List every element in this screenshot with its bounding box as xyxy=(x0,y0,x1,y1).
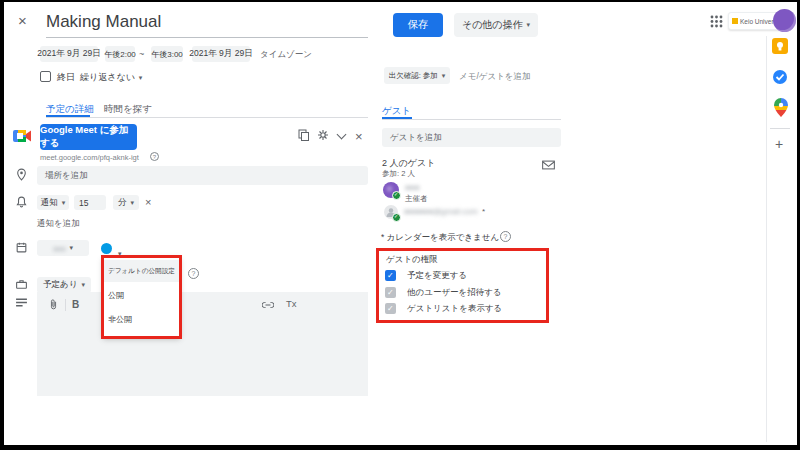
recurrence-dropdown[interactable]: 繰り返さない xyxy=(80,71,142,84)
close-icon[interactable]: × xyxy=(18,14,27,27)
guest-avatar xyxy=(384,205,398,219)
guest-accepted-icon xyxy=(392,191,401,200)
notification-value-field[interactable]: 15 xyxy=(74,195,106,210)
email-guests-icon[interactable] xyxy=(542,160,555,170)
permission-invite-label: 他のユーザーを招待する xyxy=(407,287,502,299)
notification-unit-dropdown[interactable]: 分 xyxy=(113,195,139,210)
save-button[interactable]: 保存 xyxy=(393,13,443,37)
meet-link-help-icon[interactable] xyxy=(150,152,159,161)
tasks-icon[interactable] xyxy=(772,69,788,85)
google-meet-icon xyxy=(13,129,31,143)
event-color-dot[interactable] xyxy=(101,243,112,254)
description-box[interactable] xyxy=(37,292,368,396)
attach-paperclip-icon[interactable] xyxy=(48,298,59,311)
tabs-divider xyxy=(46,117,368,118)
guest-accepted-icon xyxy=(392,213,401,222)
sidebar-divider xyxy=(766,36,767,442)
guest-avatar: ● xyxy=(383,182,399,198)
location-pin-icon xyxy=(15,167,28,182)
remove-notification-icon[interactable]: × xyxy=(145,196,151,209)
meet-options-chevron-icon[interactable] xyxy=(337,130,347,140)
end-time-field[interactable]: 午後3:00 xyxy=(151,46,183,62)
guest-role: 主催者 xyxy=(405,194,428,204)
all-day-checkbox[interactable] xyxy=(40,71,51,82)
end-date-field[interactable]: 2021年 9月 29日 xyxy=(192,46,250,62)
sidebar-separator xyxy=(770,128,790,129)
tab-find-time[interactable]: 時間を探す xyxy=(104,103,152,116)
busy-status-dropdown[interactable]: 予定あり xyxy=(37,277,91,293)
visibility-help-icon[interactable] xyxy=(188,268,199,279)
page-title[interactable]: Making Manual xyxy=(46,12,161,32)
keep-icon[interactable] xyxy=(772,38,788,54)
description-lines-icon xyxy=(15,297,28,308)
more-actions-button[interactable]: その他の操作 xyxy=(454,13,538,37)
permission-see-guestlist-checkbox[interactable] xyxy=(385,303,396,314)
account-avatar[interactable] xyxy=(773,9,796,32)
permission-invite-checkbox[interactable] xyxy=(385,287,396,298)
notification-type-dropdown[interactable]: 通知 xyxy=(37,195,69,210)
rsvp-dropdown[interactable]: 出欠確認: 参加 xyxy=(384,67,450,84)
title-underline xyxy=(46,37,368,38)
calendar-select-dropdown[interactable]: ●●● xyxy=(37,240,89,256)
insert-link-icon[interactable] xyxy=(262,301,274,309)
guest-email-asterisk: * xyxy=(482,207,485,216)
meet-join-button[interactable]: Google Meet に参加する xyxy=(40,124,137,150)
guest-email-redacted: ●●●●●●@gmail.com xyxy=(404,207,478,216)
calendar-name-redacted: ●●● xyxy=(53,245,66,252)
permission-modify-checkbox[interactable] xyxy=(385,270,396,281)
calendar-warning: * カレンダーを表示できません xyxy=(381,232,499,244)
calendar-warning-help-icon[interactable] xyxy=(500,231,511,242)
briefcase-icon xyxy=(15,278,28,291)
toolbar-separator xyxy=(65,299,66,311)
screenshot-frame: × Making Manual 保存 その他の操作 Keio Universit… xyxy=(0,0,800,450)
remove-meet-icon[interactable]: × xyxy=(355,130,363,143)
meet-link[interactable]: meet.google.com/pfq-aknk-igt xyxy=(40,153,139,162)
maps-icon[interactable] xyxy=(774,98,788,117)
location-input[interactable]: 場所を追加 xyxy=(37,166,368,185)
add-notification-link[interactable]: 通知を追加 xyxy=(37,218,80,230)
clear-formatting-button[interactable]: Tx xyxy=(286,298,297,309)
all-day-label: 終日 xyxy=(57,71,75,84)
permission-see-guestlist-label: ゲストリストを表示する xyxy=(407,303,502,315)
guest-attending-count: 参加: 2 人 xyxy=(382,169,415,179)
calendar-event-editor: × Making Manual 保存 その他の操作 Keio Universit… xyxy=(4,2,797,445)
calendar-icon xyxy=(15,241,28,254)
settings-gear-icon[interactable] xyxy=(317,129,329,141)
timezone-link[interactable]: タイムゾーン xyxy=(260,49,312,61)
add-guest-input[interactable]: ゲストを追加 xyxy=(382,128,561,147)
copy-icon[interactable] xyxy=(298,129,309,141)
permission-modify-label: 予定を変更する xyxy=(407,270,467,282)
org-logo-icon xyxy=(732,18,738,24)
start-date-field[interactable]: 2021年 9月 29日 xyxy=(40,46,98,62)
apps-grid-icon[interactable] xyxy=(710,15,723,28)
guest-name-redacted: ●●● xyxy=(405,183,420,192)
note-placeholder[interactable]: メモ/ゲストを追加 xyxy=(459,71,531,83)
guest-permissions-title: ゲストの権限 xyxy=(386,254,438,266)
annotation-redbox-visibility xyxy=(101,255,182,339)
time-range-separator: ~ xyxy=(139,49,144,59)
guests-divider xyxy=(382,119,561,120)
bell-icon xyxy=(15,195,28,209)
add-addon-icon[interactable]: + xyxy=(775,136,783,152)
bold-button[interactable]: B xyxy=(72,299,79,310)
start-time-field[interactable]: 午後2:00 xyxy=(105,46,135,62)
